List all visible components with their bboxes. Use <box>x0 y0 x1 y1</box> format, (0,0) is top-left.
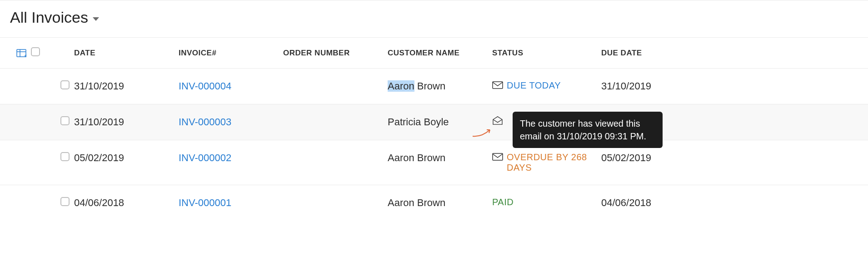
col-invoice[interactable]: INVOICE# <box>179 38 283 69</box>
page-title-dropdown[interactable]: All Invoices <box>10 9 99 26</box>
cell-order <box>283 140 388 185</box>
col-due[interactable]: DUE DATE <box>601 38 868 69</box>
table-row[interactable]: 05/02/2019 INV-000002 Aaron Brown OVERDU… <box>0 140 868 185</box>
invoice-link[interactable]: INV-000003 <box>179 116 231 128</box>
row-checkbox[interactable] <box>60 152 70 161</box>
svg-rect-6 <box>493 153 503 160</box>
cell-customer: Aaron Brown <box>388 185 492 221</box>
invoice-link[interactable]: INV-000002 <box>179 152 231 163</box>
table-row[interactable]: 04/06/2018 INV-000001 Aaron Brown PAID 0… <box>0 185 868 221</box>
cell-due: 04/06/2018 <box>601 185 868 221</box>
svg-rect-5 <box>493 82 503 89</box>
select-all-checkbox[interactable] <box>31 47 40 56</box>
status-cell: PAID <box>492 197 597 207</box>
columns-icon <box>16 49 26 57</box>
cell-date: 05/02/2019 <box>74 140 179 185</box>
select-all-header[interactable] <box>31 38 74 69</box>
mail-closed-icon <box>492 80 503 89</box>
chevron-down-icon <box>93 17 99 21</box>
mail-open-icon[interactable] <box>492 116 503 125</box>
page-header: All Invoices <box>0 0 868 37</box>
invoices-table: DATE INVOICE# ORDER NUMBER CUSTOMER NAME… <box>0 37 868 221</box>
column-settings-header[interactable] <box>0 38 31 69</box>
cell-due: 31/10/2019 <box>601 69 868 104</box>
table-row[interactable]: 31/10/2019 INV-000004 Aaron Brown DUE TO… <box>0 69 868 104</box>
status-cell: The customer has viewed this email on 31… <box>492 116 597 125</box>
table-row[interactable]: 31/10/2019 INV-000003 Patricia Boyle The… <box>0 104 868 140</box>
page-title-text: All Invoices <box>10 9 88 26</box>
status-text: DUE TODAY <box>507 80 561 91</box>
cell-customer: Aaron Brown <box>388 140 492 185</box>
col-status[interactable]: STATUS <box>492 38 601 69</box>
cell-date: 31/10/2019 <box>74 104 179 140</box>
table-header-row: DATE INVOICE# ORDER NUMBER CUSTOMER NAME… <box>0 38 868 69</box>
customer-highlight: Aaron <box>388 80 414 92</box>
status-text: PAID <box>492 197 514 207</box>
status-cell: DUE TODAY <box>492 80 597 91</box>
invoice-link[interactable]: INV-000004 <box>179 80 231 92</box>
cell-order <box>283 185 388 221</box>
status-cell: OVERDUE BY 268 DAYS <box>492 152 597 173</box>
invoice-link[interactable]: INV-000001 <box>179 197 231 208</box>
pointer-arrow-icon <box>472 127 494 138</box>
row-checkbox[interactable] <box>60 116 70 125</box>
cell-order <box>283 104 388 140</box>
col-order[interactable]: ORDER NUMBER <box>283 38 388 69</box>
email-viewed-tooltip: The customer has viewed this email on 31… <box>513 112 663 148</box>
cell-date: 31/10/2019 <box>74 69 179 104</box>
cell-order <box>283 69 388 104</box>
row-checkbox[interactable] <box>60 80 70 89</box>
status-text: OVERDUE BY 268 DAYS <box>507 152 597 173</box>
cell-customer: Aaron Brown <box>388 69 492 104</box>
col-date[interactable]: DATE <box>74 38 179 69</box>
cell-date: 04/06/2018 <box>74 185 179 221</box>
col-customer[interactable]: CUSTOMER NAME <box>388 38 492 69</box>
row-checkbox[interactable] <box>60 197 70 206</box>
mail-closed-icon <box>492 152 503 161</box>
